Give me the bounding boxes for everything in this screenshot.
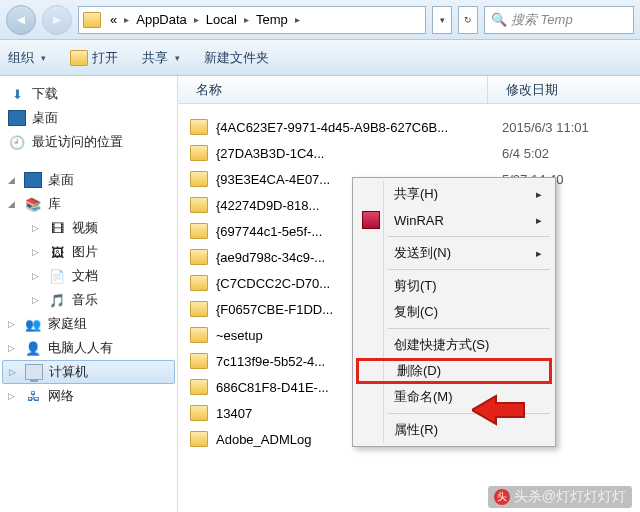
folder-icon	[190, 353, 208, 369]
ctx-shortcut[interactable]: 创建快捷方式(S)	[356, 332, 552, 358]
ctx-delete[interactable]: 删除(D)	[356, 358, 552, 384]
column-headers: 名称 修改日期	[178, 76, 640, 104]
music-icon: 🎵	[48, 292, 66, 308]
chevron-right-icon: ▸	[120, 14, 133, 25]
homegroup-icon: 👥	[24, 316, 42, 332]
recent-icon: 🕘	[8, 134, 26, 150]
toolbar-share[interactable]: 共享	[142, 49, 180, 67]
ctx-sendto[interactable]: 发送到(N)	[356, 240, 552, 266]
search-placeholder: 搜索 Temp	[511, 11, 573, 29]
menu-separator	[388, 236, 550, 237]
file-row[interactable]: {27DA3B3D-1C4...6/4 5:02	[178, 140, 640, 166]
toolbar-newfolder[interactable]: 新建文件夹	[204, 49, 269, 67]
expand-icon[interactable]: ▷	[32, 223, 42, 233]
chevron-right-icon: ▸	[240, 14, 253, 25]
search-input[interactable]: 🔍 搜索 Temp	[484, 6, 634, 34]
col-date[interactable]: 修改日期	[488, 76, 558, 103]
tree-desktop2[interactable]: ◢桌面	[2, 168, 175, 192]
breadcrumb-seg[interactable]: AppData	[133, 12, 190, 27]
video-icon: 🎞	[48, 220, 66, 236]
computer-icon	[25, 364, 43, 380]
ctx-cut[interactable]: 剪切(T)	[356, 273, 552, 299]
ctx-properties[interactable]: 属性(R)	[356, 417, 552, 443]
expand-icon[interactable]: ▷	[8, 391, 18, 401]
file-date: 6/4 5:02	[492, 146, 549, 161]
folder-icon	[190, 145, 208, 161]
ctx-share[interactable]: 共享(H)	[356, 181, 552, 207]
collapse-icon[interactable]: ◢	[8, 175, 18, 185]
folder-icon	[83, 12, 101, 28]
tree-music[interactable]: ▷🎵音乐	[2, 288, 175, 312]
tree-library[interactable]: ◢📚库	[2, 192, 175, 216]
library-icon: 📚	[24, 196, 42, 212]
nav-fwd-button[interactable]: ►	[42, 5, 72, 35]
tree-video[interactable]: ▷🎞视频	[2, 216, 175, 240]
breadcrumb-ellipsis[interactable]: «	[107, 12, 120, 27]
folder-icon	[190, 379, 208, 395]
expand-icon[interactable]: ▷	[8, 343, 18, 353]
pictures-icon: 🖼	[48, 244, 66, 260]
folder-icon	[190, 119, 208, 135]
folder-icon	[190, 327, 208, 343]
expand-icon[interactable]: ▷	[8, 319, 18, 329]
ctx-rename[interactable]: 重命名(M)	[356, 384, 552, 410]
folder-icon	[190, 223, 208, 239]
download-icon: ⬇	[8, 86, 26, 102]
tree-docs[interactable]: ▷📄文档	[2, 264, 175, 288]
tree-homegroup[interactable]: ▷👥家庭组	[2, 312, 175, 336]
toolbar-open[interactable]: 打开	[70, 49, 118, 67]
ctx-winrar[interactable]: WinRAR	[356, 207, 552, 233]
tree-downloads[interactable]: ⬇下载	[2, 82, 175, 106]
menu-separator	[388, 413, 550, 414]
expand-icon[interactable]: ▷	[32, 271, 42, 281]
network-icon: 🖧	[24, 388, 42, 404]
search-icon: 🔍	[491, 12, 507, 27]
address-bar: ◄ ► « ▸ AppData ▸ Local ▸ Temp ▸ ▾ ↻ 🔍 搜…	[0, 0, 640, 40]
tree-user[interactable]: ▷👤电脑人人有	[2, 336, 175, 360]
document-icon: 📄	[48, 268, 66, 284]
breadcrumb[interactable]: « ▸ AppData ▸ Local ▸ Temp ▸	[78, 6, 426, 34]
expand-icon[interactable]: ▷	[9, 367, 19, 377]
chevron-right-icon: ▸	[291, 14, 304, 25]
tree-pictures[interactable]: ▷🖼图片	[2, 240, 175, 264]
desktop-icon	[24, 172, 42, 188]
folder-icon	[190, 275, 208, 291]
winrar-icon	[362, 211, 380, 229]
refresh-button[interactable]: ↻	[458, 6, 478, 34]
breadcrumb-seg[interactable]: Temp	[253, 12, 291, 27]
toolbar: 组织 打开 共享 新建文件夹	[0, 40, 640, 76]
menu-separator	[388, 328, 550, 329]
folder-icon	[70, 50, 88, 66]
folder-icon	[190, 431, 208, 447]
context-menu: 共享(H) WinRAR 发送到(N) 剪切(T) 复制(C) 创建快捷方式(S…	[352, 177, 556, 447]
folder-icon	[190, 171, 208, 187]
expand-icon[interactable]: ▷	[32, 247, 42, 257]
col-name[interactable]: 名称	[178, 76, 488, 103]
folder-icon	[190, 249, 208, 265]
file-name: {4AC623E7-9971-4d45-A9B8-627C6B...	[216, 120, 492, 135]
ctx-copy[interactable]: 复制(C)	[356, 299, 552, 325]
file-date: 2015/6/3 11:01	[492, 120, 589, 135]
nav-back-button[interactable]: ◄	[6, 5, 36, 35]
breadcrumb-seg[interactable]: Local	[203, 12, 240, 27]
file-name: {27DA3B3D-1C4...	[216, 146, 492, 161]
tree-desktop[interactable]: 桌面	[2, 106, 175, 130]
expand-icon[interactable]: ▷	[32, 295, 42, 305]
history-dropdown-button[interactable]: ▾	[432, 6, 452, 34]
toolbar-organize[interactable]: 组织	[8, 49, 46, 67]
nav-tree: ⬇下载 桌面 🕘最近访问的位置 ◢桌面 ◢📚库 ▷🎞视频 ▷🖼图片 ▷📄文档 ▷…	[0, 76, 178, 512]
desktop-icon	[8, 110, 26, 126]
chevron-right-icon: ▸	[190, 14, 203, 25]
folder-icon	[190, 197, 208, 213]
tree-computer[interactable]: ▷计算机	[2, 360, 175, 384]
tree-network[interactable]: ▷🖧网络	[2, 384, 175, 408]
file-row[interactable]: {4AC623E7-9971-4d45-A9B8-627C6B...2015/6…	[178, 114, 640, 140]
folder-icon	[190, 301, 208, 317]
collapse-icon[interactable]: ◢	[8, 199, 18, 209]
folder-icon	[190, 405, 208, 421]
tree-recent[interactable]: 🕘最近访问的位置	[2, 130, 175, 154]
user-icon: 👤	[24, 340, 42, 356]
menu-separator	[388, 269, 550, 270]
watermark: 头头杀@灯灯灯灯灯	[488, 486, 632, 508]
